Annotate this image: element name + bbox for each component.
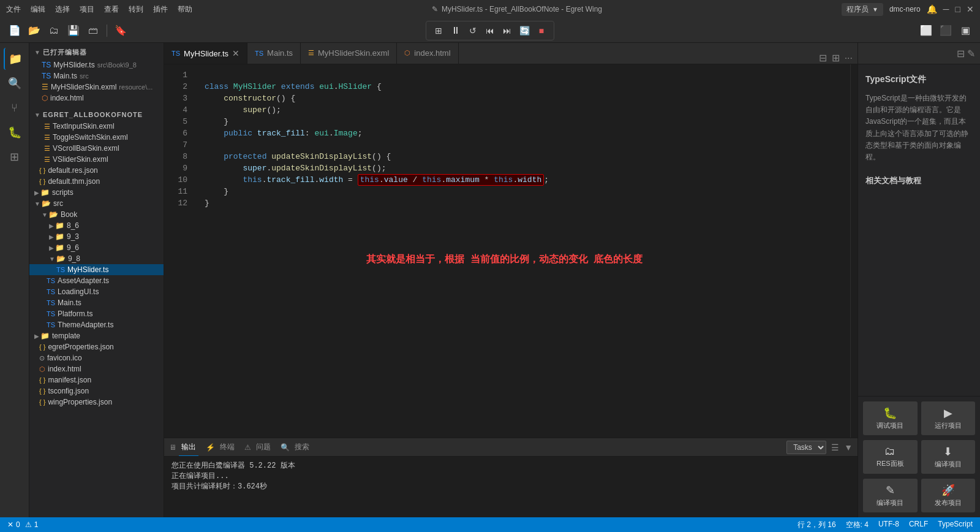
menu-edit[interactable]: 编辑 <box>31 4 45 15</box>
line-ending-indicator[interactable]: CRLF <box>909 520 928 530</box>
tree-item-loadingui[interactable]: TSLoadingUI.ts <box>29 286 164 297</box>
debug-step-back-btn[interactable]: ⏮ <box>483 23 497 38</box>
tree-item-9-3[interactable]: ▶ 📁9_3 <box>29 231 164 242</box>
code-editor[interactable]: class MyHSlider extends eui.HSlider { co… <box>195 64 850 438</box>
tree-item-platform[interactable]: TSPlatform.ts <box>29 308 164 319</box>
menu-plugin[interactable]: 插件 <box>153 4 168 15</box>
open-file-index[interactable]: ⬡ index.html <box>29 93 164 104</box>
right-panel-icon1[interactable]: ⊟ <box>957 48 965 59</box>
vertical-scrollbar[interactable] <box>850 64 858 438</box>
warning-icon: ⚠ <box>25 520 32 529</box>
menu-goto[interactable]: 转到 <box>129 4 143 15</box>
save-btn[interactable]: 💾 <box>65 22 82 39</box>
debug-stop-btn[interactable]: ■ <box>534 23 549 38</box>
tab-index[interactable]: ⬡ index.html <box>397 43 458 64</box>
bell-icon[interactable]: 🔔 <box>927 4 937 14</box>
tree-item-themeadapter[interactable]: TSThemeAdapter.ts <box>29 319 164 330</box>
tree-item-index-html[interactable]: ⬡index.html <box>29 363 164 374</box>
debug-refresh-btn[interactable]: ↺ <box>466 23 480 38</box>
tree-item-assetadapter[interactable]: TSAssetAdapter.ts <box>29 275 164 286</box>
open-file-myhslider[interactable]: TS MyHSlider.ts src\Book\9_8 <box>29 59 164 70</box>
right-panel-icon2[interactable]: ✎ <box>967 48 975 59</box>
new-file-btn[interactable]: 📄 <box>6 22 23 39</box>
tree-item-default-res[interactable]: { }default.res.json <box>29 165 164 176</box>
tree-item-toggleswitchskin[interactable]: ☰ToggleSwitchSkin.exml <box>29 132 164 143</box>
debug-grid-btn[interactable]: ⊞ <box>431 23 446 38</box>
tab-main[interactable]: TS Main.ts <box>247 43 301 64</box>
tree-item-textinputskin[interactable]: ☰TextInputSkin.exml <box>29 121 164 132</box>
tree-item-9-8[interactable]: ▼ 📂9_8 <box>29 253 164 264</box>
language-indicator[interactable]: TypeScript <box>938 520 973 530</box>
build-project-btn[interactable]: ⬇ 编译项目 <box>921 440 976 474</box>
menu-select[interactable]: 选择 <box>55 4 70 15</box>
more-actions-icon[interactable]: ··· <box>845 53 853 64</box>
panel-tab-problems[interactable]: 问题 <box>254 442 273 452</box>
line-col-indicator[interactable]: 行 2，列 16 <box>797 520 836 530</box>
activity-extensions[interactable]: ⊞ <box>4 146 26 168</box>
activity-search[interactable]: 🔍 <box>4 72 26 94</box>
tree-item-9-6[interactable]: ▶ 📁9_6 <box>29 242 164 253</box>
close-btn[interactable]: ✕ <box>967 4 974 14</box>
encoding-indicator[interactable]: UTF-8 <box>878 520 899 530</box>
open-file-main[interactable]: TS Main.ts src <box>29 70 164 82</box>
tree-item-8-6[interactable]: ▶ 📁8_6 <box>29 220 164 231</box>
layout-left-btn[interactable]: ⬜ <box>918 22 935 39</box>
spaces-indicator[interactable]: 空格: 4 <box>846 520 869 530</box>
errors-indicator[interactable]: ✕ 0 ⚠ 1 <box>7 520 38 529</box>
debug-pause-btn[interactable]: ⏸ <box>448 23 463 38</box>
layout-center-btn[interactable]: ⬛ <box>937 22 954 39</box>
clean-project-btn[interactable]: ✎ 编译项目 <box>863 479 918 512</box>
tree-item-vsliderskin[interactable]: ☰VSliderSkin.exml <box>29 154 164 165</box>
menu-file[interactable]: 文件 <box>6 4 21 15</box>
code-line-12: } <box>205 197 850 209</box>
panel-tab-search[interactable]: 搜索 <box>292 442 312 452</box>
layout-right-btn[interactable]: ▣ <box>957 22 974 39</box>
tree-item-wingprops[interactable]: { }wingProperties.json <box>29 397 164 408</box>
line-numbers: 1 2 3 4 5 6 7 8 9 10 11 12 <box>164 64 195 438</box>
minimize-btn[interactable]: ─ <box>943 4 949 14</box>
panel-tab-terminal[interactable]: 终端 <box>217 442 237 452</box>
debug-project-btn[interactable]: 🐛 调试项目 <box>863 401 918 435</box>
tree-item-tsconfig[interactable]: { }tsconfig.json <box>29 386 164 397</box>
tree-item-default-thm[interactable]: { }default.thm.json <box>29 176 164 187</box>
open-file-btn[interactable]: 📂 <box>26 22 43 39</box>
tree-item-scripts[interactable]: ▶ 📁scripts <box>29 187 164 198</box>
tree-item-myhslider-active[interactable]: TSMyHSlider.ts <box>29 264 164 275</box>
tree-item-book[interactable]: ▼ 📂Book <box>29 209 164 220</box>
maximize-btn[interactable]: □ <box>956 4 960 14</box>
publish-icon: 🚀 <box>941 484 955 497</box>
activity-explorer[interactable]: 📁 <box>4 48 26 70</box>
tree-item-vscrollbarskin[interactable]: ☰VScrollBarSkin.exml <box>29 143 164 154</box>
res-panel-btn[interactable]: 🗂 RES面板 <box>863 440 918 474</box>
tab-myhslider-close[interactable]: ✕ <box>232 48 239 58</box>
split-editor-icon[interactable]: ⊟ <box>819 52 827 64</box>
publish-project-btn[interactable]: 🚀 发布项目 <box>921 479 976 512</box>
tree-item-main-ts[interactable]: TSMain.ts <box>29 297 164 308</box>
open-editors-label: 已打开编辑器 <box>43 48 87 57</box>
activity-debug[interactable]: 🐛 <box>4 121 26 143</box>
tree-item-favicon[interactable]: ⊙favicon.ico <box>29 352 164 363</box>
run-project-btn[interactable]: ▶ 运行项目 <box>921 401 976 435</box>
debug-restart-btn[interactable]: 🔄 <box>517 23 532 38</box>
panel-tab-output[interactable]: 输出 <box>179 438 198 456</box>
open-folder-btn[interactable]: 🗂 <box>45 22 62 39</box>
tab-myhslider[interactable]: TS MyHSlider.ts ✕ <box>164 43 247 64</box>
debug-step-fwd-btn[interactable]: ⏭ <box>500 23 514 38</box>
tasks-selector[interactable]: Tasks <box>786 441 826 454</box>
bookmark-btn[interactable]: 🔖 <box>112 22 129 39</box>
user-role: 程序员 <box>846 4 869 15</box>
tree-item-egretprops[interactable]: { }egretProperties.json <box>29 341 164 352</box>
layout-icon[interactable]: ⊞ <box>832 52 840 64</box>
tree-item-src[interactable]: ▼ 📂src <box>29 198 164 209</box>
open-file-skin[interactable]: ☰ MyHSliderSkin.exml resource\... <box>29 82 164 93</box>
menu-help[interactable]: 帮助 <box>178 4 192 15</box>
tree-item-manifest[interactable]: { }manifest.json <box>29 374 164 386</box>
save-all-btn[interactable]: 🗃 <box>85 22 102 39</box>
activity-git[interactable]: ⑂ <box>4 97 26 119</box>
tab-skin[interactable]: ☰ MyHSliderSkin.exml <box>301 43 397 64</box>
tree-item-template[interactable]: ▶ 📁template <box>29 330 164 341</box>
menu-project[interactable]: 项目 <box>80 4 94 15</box>
panel-list-icon[interactable]: ☰ <box>831 443 839 452</box>
panel-chevron-icon[interactable]: ▼ <box>844 443 853 452</box>
menu-view[interactable]: 查看 <box>104 4 119 15</box>
